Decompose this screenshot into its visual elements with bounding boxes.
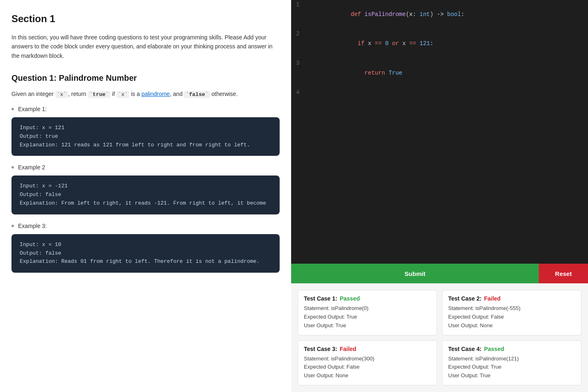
test-detail-line: Statement: isPalindrome(300) [304,355,431,363]
inline-code-x: `x` [55,91,68,98]
kw-def: def [351,11,365,18]
test-status-1: Passed [340,295,360,302]
test-card-header-4: Test Case 4:Passed [448,346,575,352]
example3-text: Example 3: [18,223,47,229]
line-code-1[interactable]: def isPalindrome(x: int) -> bool: [306,0,588,29]
section-title: Section 1 [11,13,280,25]
kw-type2: bool [447,11,461,18]
inline-code-true: `true` [88,91,110,98]
test-card-header-3: Test Case 3:Failed [304,346,431,352]
line-num-3: 3 [291,59,306,88]
example3-code-text: Input: x = 10 Output: false Explanation:… [20,242,260,265]
test-detail-line: Expected Output: False [448,313,575,321]
test-detail-line: Expected Output: True [304,313,431,321]
example2-code-text: Input: x = -121 Output: false Explanatio… [20,183,266,206]
line-num-4: 4 [291,88,306,98]
sp2 [389,40,392,47]
test-results: Test Case 1:PassedStatement: isPalindrom… [291,283,588,392]
kw-true: True [389,70,403,76]
line-num-2: 2 [291,29,306,58]
test-detail-3: Statement: isPalindrome(300)Expected Out… [304,355,431,380]
left-panel: Section 1 In this section, you will have… [0,0,291,392]
kw-if: if [358,40,368,47]
editor-line-4: 4 [291,88,588,98]
code-editor[interactable]: 1 def isPalindrome(x: int) -> bool: 2 if… [291,0,588,264]
test-card-4: Test Case 4:PassedStatement: isPalindrom… [442,340,581,385]
test-detail-line: Expected Output: True [448,363,575,371]
bullet-dot-1 [11,108,14,110]
editor-line-3: 3 return True [291,59,588,88]
test-detail-line: User Output: True [304,321,431,330]
editor-line-2: 2 if x == 0 or x == 121: [291,29,588,58]
test-detail-line: Statement: isPalindrome(121) [448,355,575,363]
example2-code: Input: x = -121 Output: false Explanatio… [11,175,280,214]
indent-2 [351,40,358,47]
test-status-2: Failed [484,295,500,302]
bullet-dot-3 [11,225,14,227]
test-card-header-2: Test Case 2:Failed [448,295,575,302]
var-x1: x [368,40,375,47]
test-card-2: Test Case 2:FailedStatement: isPalindrom… [442,290,581,335]
test-label-2: Test Case 2: [448,295,481,302]
kw-return: return [365,70,389,76]
colon3: : [430,40,433,47]
section-intro: In this section, you will have three cod… [11,33,280,60]
test-card-header-1: Test Case 1:Passed [304,295,431,302]
test-detail-2: Statement: isPalindrome(-555)Expected Ou… [448,304,575,330]
submit-bar: Submit Reset [291,264,588,283]
submit-button[interactable]: Submit [291,264,539,283]
inline-code-false: `false` [184,91,210,98]
kw-or: or [392,40,399,47]
question-title: Question 1: Palindrome Number [11,73,280,83]
example1-code: Input: x = 121 Output: true Explanation:… [11,117,280,156]
kw-arrow: -> [437,11,447,18]
test-detail-1: Statement: isPalindrome(0)Expected Outpu… [304,304,431,330]
test-detail-line: User Output: None [448,321,575,330]
palindrome-link[interactable]: palindrome [141,91,170,97]
question-desc: Given an integer `x`, return `true` if `… [11,89,280,99]
example3-label: Example 3: [11,223,280,229]
sp3: x [399,40,409,47]
kw-num-0: 0 [385,40,388,47]
kw-paren2: ) [430,11,437,18]
test-label-3: Test Case 3: [304,346,337,352]
example2-text: Example 2 [18,164,45,171]
test-detail-line: User Output: True [448,371,575,380]
right-panel: 1 def isPalindrome(x: int) -> bool: 2 if… [291,0,588,392]
line-code-2[interactable]: if x == 0 or x == 121: [306,29,588,58]
example1-code-text: Input: x = 121 Output: true Explanation:… [20,125,250,148]
bullet-dot-2 [11,166,14,169]
test-detail-line: Statement: isPalindrome(0) [304,304,431,313]
editor-line-1: 1 def isPalindrome(x: int) -> bool: [291,0,588,29]
test-detail-line: Expected Output: False [304,363,431,371]
test-detail-line: Statement: isPalindrome(-555) [448,304,575,313]
test-detail-4: Statement: isPalindrome(121)Expected Out… [448,355,575,380]
line-code-4[interactable] [306,88,588,98]
test-card-3: Test Case 3:FailedStatement: isPalindrom… [298,340,437,385]
kw-eq1: == [375,40,382,47]
kw-fn: isPalindrome [365,11,406,18]
example3-code: Input: x = 10 Output: false Explanation:… [11,234,280,273]
test-label-1: Test Case 1: [304,295,337,302]
inline-code-x2: `x` [116,91,129,98]
kw-colon2: : [461,11,464,18]
test-label-4: Test Case 4: [448,346,481,352]
kw-type: int [419,11,430,18]
kw-num-121: 121 [419,40,430,47]
reset-button[interactable]: Reset [539,264,588,283]
kw-colon1: : [413,11,419,18]
test-status-4: Passed [484,346,504,352]
test-status-3: Failed [340,346,356,352]
line-num-1: 1 [291,0,306,29]
example1-text: Example 1: [18,106,47,112]
line-code-3[interactable]: return True [306,59,588,88]
editor-table: 1 def isPalindrome(x: int) -> bool: 2 if… [291,0,588,98]
kw-eq2: == [409,40,416,47]
test-card-1: Test Case 1:PassedStatement: isPalindrom… [298,290,437,335]
test-detail-line: User Output: None [304,371,431,380]
kw-paren: ( [406,11,409,18]
example1-label: Example 1: [11,106,280,112]
indent-3 [351,70,365,76]
example2-label: Example 2 [11,164,280,171]
